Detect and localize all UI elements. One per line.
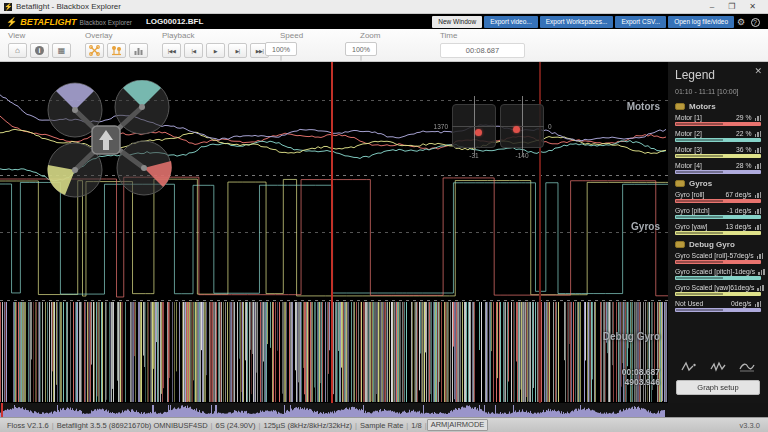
field-name: Gyro [roll] [675,191,725,198]
field-value: 61deg/s [730,284,754,291]
speed-slider[interactable]: 100% [280,42,282,61]
legend-close-icon[interactable]: ✕ [754,66,762,76]
legend-field-row[interactable]: Gyro Scaled [yaw]61deg/s [675,284,761,296]
info-icon: i [35,46,44,55]
legend-field-row[interactable]: Motor [4]28 % [675,162,761,174]
expand-curve-icon[interactable] [681,361,698,372]
smooth-curve-icon[interactable] [739,361,756,372]
settings-gear-icon[interactable]: ⚙ [734,16,748,28]
analyser-mini-icon[interactable] [755,192,762,198]
analyser-mini-icon[interactable] [755,163,762,169]
speed-input[interactable]: 100% [265,42,297,56]
zoom-group: Zoom 100% [360,31,380,61]
export-csv-button[interactable]: Export CSV... [615,16,666,28]
group-toggle-icon[interactable] [675,103,685,110]
cursor-frame-readout: 4903.946 [540,378,660,387]
analyser-mini-icon[interactable] [755,147,762,153]
group-toggle-icon[interactable] [675,180,685,187]
field-color-bar [675,170,761,174]
zigzag-curve-icon[interactable] [710,361,727,372]
play-button[interactable]: ▶ [206,43,225,58]
home-button[interactable]: ⌂ [8,43,27,58]
analyser-mini-icon[interactable] [757,253,764,259]
analyser-mini-icon[interactable] [755,208,762,214]
legend-field-row[interactable]: Gyro Scaled [roll]-57deg/s [675,252,761,264]
legend-field-row[interactable]: Gyro Scaled [pitch]-1deg/s [675,268,761,280]
field-value: -57deg/s [727,252,753,259]
legend-panel: Legend ✕ 01:10 - 11:11 [10:00] MotorsMot… [668,62,768,403]
status-segment: Floss V2.1.6 [4,421,52,430]
maximize-button[interactable]: ❐ [728,0,735,14]
header-buttons: New WindowExport video...Export Workspac… [432,16,734,28]
field-name: Gyro [yaw] [675,223,725,230]
table-view-button[interactable]: ▦ [52,43,71,58]
analyser-mini-icon[interactable] [755,301,762,307]
jump-start-button[interactable]: |◀◀ [162,43,181,58]
zoom-input[interactable]: 100% [345,42,377,56]
field-name: Motor [4] [675,162,736,169]
minimize-button[interactable]: – [710,0,714,14]
legend-group-header[interactable]: Debug Gyro [675,240,761,249]
prev-frame-button[interactable]: |◀ [184,43,203,58]
status-segments: Floss V2.1.6|Betaflight 3.5.5 (86921670b… [4,419,488,431]
status-bar: Floss V2.1.6|Betaflight 3.5.5 (86921670b… [0,417,768,432]
speed-group: Speed 100% [280,31,303,61]
open-log-file-video-button[interactable]: Open log file/video [668,16,734,28]
legend-field-row[interactable]: Gyro [pitch]-1 deg/s [675,207,761,219]
field-name: Motor [3] [675,146,736,153]
log-time-range: 01:10 - 11:11 [10:00] [675,88,761,95]
sticks-overlay-button[interactable] [107,43,126,58]
analyser-mini-icon[interactable] [758,269,765,275]
field-name: Not Used [675,300,731,307]
info-button[interactable]: i [30,43,49,58]
time-input[interactable]: 00:08.687 [440,43,525,58]
field-name: Motor [2] [675,130,736,137]
view-label: View [8,31,71,40]
analyser-mini-icon[interactable] [757,285,764,291]
group-name: Gyros [689,179,712,188]
group-name: Motors [689,102,716,111]
zoom-label: Zoom [360,31,380,40]
yaw-value: -31 [464,152,484,159]
legend-field-row[interactable]: Not Used0deg/s [675,300,761,312]
craft-overlay-button[interactable] [85,43,104,58]
new-window-button[interactable]: New Window [432,16,482,28]
field-color-bar [675,199,761,203]
help-icon[interactable]: ? [748,16,762,28]
field-value: 28 % [736,162,752,169]
analyser-button[interactable] [129,43,148,58]
analyser-mini-icon[interactable] [755,131,762,137]
field-color-bar [675,154,761,158]
close-button[interactable]: ✕ [749,0,756,14]
table-icon: ▦ [58,46,66,55]
group-toggle-icon[interactable] [675,241,685,248]
export-video-button[interactable]: Export video... [484,16,538,28]
legend-field-row[interactable]: Gyro [yaw]13 deg/s [675,223,761,235]
legend-field-row[interactable]: Motor [1]29 % [675,114,761,126]
export-workspaces-button[interactable]: Export Workspaces... [540,16,614,28]
betaflight-logo: ⚡ BETAFLIGHT Blackbox Explorer [6,17,132,27]
seek-bar[interactable] [0,403,768,417]
status-segment: 125µS (8kHz/8kHz/32kHz) [261,421,356,430]
graph-setup-button[interactable]: Graph setup [676,380,760,395]
app-header: ⚡ BETAFLIGHT Blackbox Explorer LOG00012.… [0,14,768,29]
legend-group-gyros: GyrosGyro [roll]67 deg/sGyro [pitch]-1 d… [675,179,761,235]
legend-group-header[interactable]: Motors [675,102,761,111]
analyser-mini-icon[interactable] [755,224,762,230]
playback-group: Playback |◀◀|◀▶▶|▶▶| [162,31,269,58]
view-group: View ⌂ i ▦ [8,31,71,58]
legend-field-row[interactable]: Motor [3]36 % [675,146,761,158]
home-icon: ⌂ [15,46,20,55]
legend-field-row[interactable]: Gyro [roll]67 deg/s [675,191,761,203]
legend-group-header[interactable]: Gyros [675,179,761,188]
zoom-slider[interactable]: 100% [360,42,362,61]
brand-text: BETAFLIGHT [20,17,76,27]
status-segment: 1/8 [408,421,424,430]
legend-field-row[interactable]: Motor [2]22 % [675,130,761,142]
status-segment: Sample Rate [357,421,406,430]
roll-value: -140 [510,152,534,159]
legend-groups: MotorsMotor [1]29 %Motor [2]22 %Motor [3… [675,102,761,312]
field-value: 13 deg/s [725,223,751,230]
analyser-mini-icon[interactable] [755,115,762,121]
next-frame-button[interactable]: ▶| [228,43,247,58]
